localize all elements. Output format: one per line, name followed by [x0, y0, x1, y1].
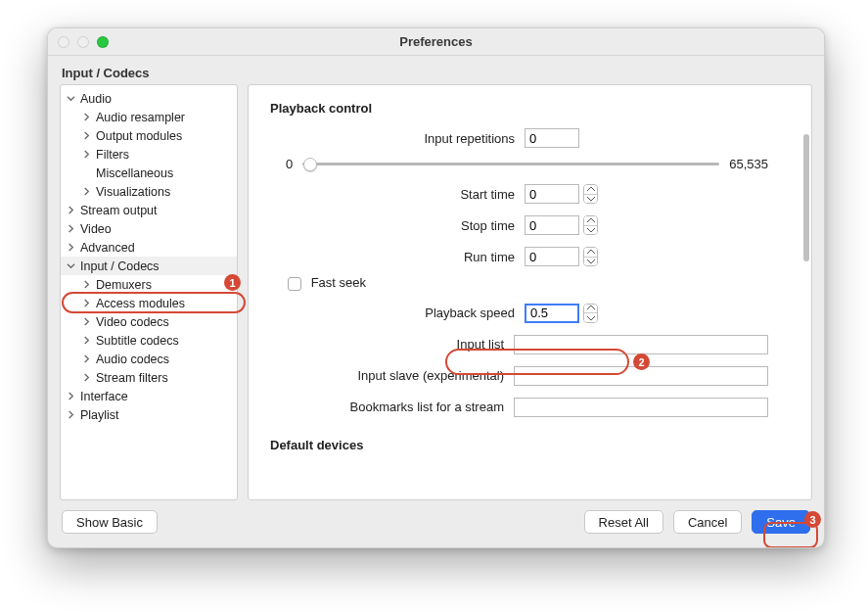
tree-item-audio[interactable]: Audio: [61, 89, 237, 108]
cancel-button[interactable]: Cancel: [673, 510, 742, 534]
chevron-up-icon[interactable]: [584, 248, 597, 258]
label-fast-seek: Fast seek: [311, 275, 366, 290]
slider-min: 0: [286, 157, 293, 171]
tree-item[interactable]: Visualizations: [61, 182, 237, 201]
preferences-window: Preferences Input / Codecs Audio Audio r…: [47, 27, 825, 548]
tree-label: Video: [80, 222, 112, 236]
tree-item-advanced[interactable]: Advanced: [61, 238, 237, 257]
tree-label: Audio: [80, 92, 112, 106]
tree-item[interactable]: Miscellaneous: [61, 164, 237, 182]
chevron-right-icon: [67, 206, 78, 214]
tree-item-video[interactable]: Video: [61, 219, 237, 238]
tree-label: Output modules: [96, 129, 182, 143]
chevron-down-icon[interactable]: [584, 195, 597, 204]
tree-item[interactable]: Stream filters: [61, 368, 237, 387]
tree-label: Advanced: [80, 241, 135, 255]
section-title-playback: Playback control: [270, 101, 768, 116]
label-start-time: Start time: [270, 187, 525, 202]
content: Input / Codecs Audio Audio resampler Out…: [48, 56, 824, 547]
tree-item-stream-output[interactable]: Stream output: [61, 201, 237, 219]
stop-time-stepper[interactable]: [583, 215, 598, 235]
tree-item-playlist[interactable]: Playlist: [61, 405, 237, 424]
label-bookmarks: Bookmarks list for a stream: [270, 400, 514, 414]
tree-label: Stream filters: [96, 371, 168, 385]
input-list-field[interactable]: [514, 335, 768, 354]
settings-panel: Playback control Input repetitions 0: [248, 84, 812, 500]
scrollbar-thumb[interactable]: [803, 134, 809, 261]
run-time-stepper[interactable]: [583, 247, 598, 266]
tree-label: Playlist: [80, 408, 119, 422]
sidebar-tree[interactable]: Audio Audio resampler Output modules Fil…: [60, 84, 238, 500]
chevron-right-icon: [82, 299, 94, 307]
playback-speed-field[interactable]: [525, 304, 579, 323]
tree-item-interface[interactable]: Interface: [61, 387, 237, 405]
chevron-right-icon: [82, 373, 94, 382]
label-playback-speed: Playback speed: [270, 306, 525, 320]
zoom-icon[interactable]: [97, 36, 109, 48]
slider-thumb[interactable]: [303, 158, 317, 171]
chevron-down-icon: [67, 94, 78, 103]
save-button[interactable]: Save: [752, 510, 810, 534]
titlebar: Preferences: [48, 28, 824, 56]
slider-max: 65,535: [729, 157, 768, 171]
show-basic-button[interactable]: Show Basic: [62, 510, 158, 534]
label-input-list: Input list: [270, 337, 514, 352]
section-title-default-devices: Default devices: [270, 438, 768, 452]
tree-item[interactable]: Filters: [61, 145, 237, 164]
sidebar-header: Input / Codecs: [60, 62, 812, 84]
tree-label: Access modules: [96, 297, 185, 310]
run-time-field[interactable]: [525, 247, 579, 266]
tree-label: Miscellaneous: [96, 166, 173, 180]
chevron-right-icon: [67, 410, 78, 419]
chevron-up-icon[interactable]: [584, 216, 597, 226]
chevron-down-icon[interactable]: [584, 226, 597, 235]
repetitions-slider[interactable]: [302, 163, 719, 165]
label-input-repetitions: Input repetitions: [270, 131, 525, 146]
repetitions-slider-row: 0 65,535: [270, 157, 768, 171]
chevron-down-icon: [67, 261, 78, 270]
chevron-right-icon: [82, 317, 94, 326]
chevron-right-icon: [82, 187, 94, 196]
fast-seek-row[interactable]: Fast seek: [288, 275, 768, 291]
chevron-up-icon[interactable]: [584, 305, 597, 314]
tree-item[interactable]: Audio codecs: [61, 350, 237, 368]
close-icon[interactable]: [58, 36, 69, 48]
tree-label: Audio resampler: [96, 111, 185, 124]
tree-item[interactable]: Demuxers: [61, 275, 237, 294]
start-time-stepper[interactable]: [583, 184, 598, 204]
tree-label: Filters: [96, 148, 129, 162]
upper-area: Input / Codecs Audio Audio resampler Out…: [48, 56, 824, 500]
chevron-right-icon: [82, 113, 94, 121]
tree-label: Video codecs: [96, 315, 169, 329]
tree-label: Visualizations: [96, 185, 170, 199]
chevron-right-icon: [67, 243, 78, 252]
chevron-down-icon[interactable]: [584, 313, 597, 322]
chevron-right-icon: [67, 392, 78, 400]
fast-seek-checkbox[interactable]: [288, 277, 301, 291]
chevron-right-icon: [82, 336, 94, 345]
chevron-right-icon: [67, 224, 78, 233]
start-time-field[interactable]: [525, 184, 579, 204]
stop-time-field[interactable]: [525, 215, 579, 235]
input-repetitions-field[interactable]: [525, 128, 579, 148]
reset-all-button[interactable]: Reset All: [584, 510, 663, 534]
label-input-slave: Input slave (experimental): [270, 368, 514, 383]
tree-label: Interface: [80, 390, 128, 403]
tree-item-input-codecs[interactable]: Input / Codecs: [61, 257, 237, 275]
chevron-right-icon: [82, 354, 94, 363]
tree-item[interactable]: Access modules: [61, 294, 237, 312]
tree-label: Audio codecs: [96, 353, 169, 366]
bookmarks-field[interactable]: [514, 398, 768, 417]
chevron-up-icon[interactable]: [584, 185, 597, 195]
minimize-icon[interactable]: [77, 36, 89, 48]
settings-scroll[interactable]: Playback control Input repetitions 0: [249, 85, 798, 499]
tree-item[interactable]: Video codecs: [61, 312, 237, 331]
chevron-right-icon: [82, 131, 94, 140]
tree-item[interactable]: Output modules: [61, 126, 237, 145]
chevron-right-icon: [82, 280, 94, 289]
tree-item[interactable]: Audio resampler: [61, 108, 237, 126]
tree-item[interactable]: Subtitle codecs: [61, 331, 237, 350]
input-slave-field[interactable]: [514, 366, 768, 386]
playback-speed-stepper[interactable]: [583, 304, 598, 323]
chevron-down-icon[interactable]: [584, 258, 597, 266]
